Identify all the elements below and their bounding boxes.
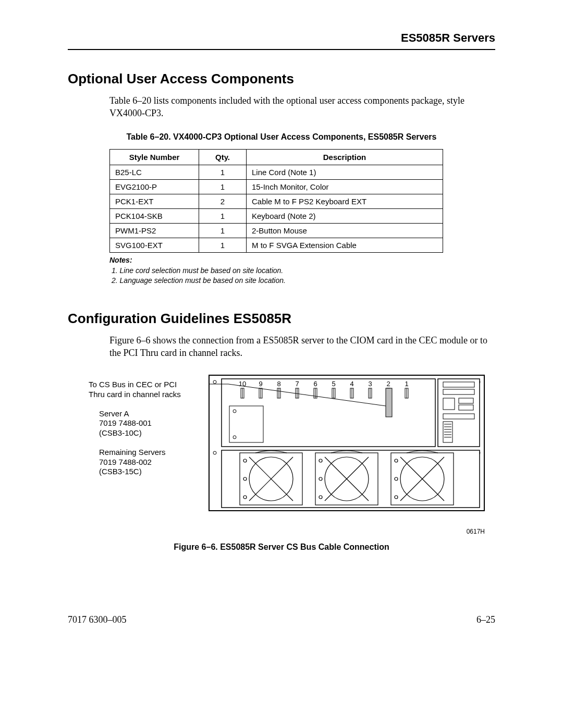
cell-qty: 1 bbox=[199, 179, 247, 194]
cell-qty: 1 bbox=[199, 165, 247, 179]
page: ES5085R Servers Optional User Access Com… bbox=[0, 0, 563, 657]
cell-style: B25-LC bbox=[110, 165, 199, 179]
slot-num: 2 bbox=[386, 380, 390, 388]
slot-num: 1 bbox=[405, 380, 408, 388]
svg-rect-26 bbox=[229, 406, 263, 442]
cell-desc: Line Cord (Note 1) bbox=[247, 165, 443, 179]
cell-desc: Keyboard (Note 2) bbox=[247, 208, 443, 223]
cell-qty: 1 bbox=[199, 208, 247, 223]
cell-desc: M to F SVGA Extension Cable bbox=[247, 238, 443, 252]
label-remain-1: Remaining Servers bbox=[99, 448, 203, 458]
footer-right: 6–25 bbox=[476, 614, 495, 625]
col-desc: Description bbox=[247, 149, 443, 165]
page-footer: 7017 6300–005 6–25 bbox=[68, 614, 495, 625]
cell-qty: 1 bbox=[199, 238, 247, 252]
notes-block: Notes: 1. Line cord selection must be ba… bbox=[109, 256, 443, 285]
cell-desc: 2-Button Mouse bbox=[247, 223, 443, 238]
label-csbus-1: To CS Bus in CEC or PCI bbox=[89, 380, 203, 390]
slot-num: 5 bbox=[332, 380, 335, 388]
table-row: PWM1-PS2 1 2-Button Mouse bbox=[110, 223, 443, 238]
label-csbus-2: Thru card in channel racks bbox=[89, 390, 203, 400]
section2-intro: Figure 6–6 shows the connection from a E… bbox=[109, 334, 495, 360]
table-row: B25-LC 1 Line Cord (Note 1) bbox=[110, 165, 443, 179]
note-1: 1. Line cord selection must be based on … bbox=[109, 266, 443, 275]
section-heading-config: Configuration Guidelines ES5085R bbox=[68, 311, 495, 327]
header-title: ES5085R Servers bbox=[401, 31, 495, 44]
server-diagram-icon: 10 9 8 7 6 5 4 3 2 1 bbox=[209, 375, 485, 515]
footer-left: 7017 6300–005 bbox=[68, 614, 127, 625]
slot-num: 8 bbox=[277, 380, 280, 388]
cell-desc: 15-Inch Monitor, Color bbox=[247, 179, 443, 194]
figure-code: 0617H bbox=[89, 528, 485, 535]
table-caption: Table 6–20. VX4000-CP3 Optional User Acc… bbox=[111, 132, 452, 142]
slot-num: 7 bbox=[295, 380, 299, 388]
svg-rect-47 bbox=[222, 450, 480, 508]
svg-rect-29 bbox=[386, 388, 392, 417]
cell-style: PCK104-SKB bbox=[110, 208, 199, 223]
cell-qty: 2 bbox=[199, 194, 247, 208]
cell-style: SVG100-EXT bbox=[110, 238, 199, 252]
section-heading-optional: Optional User Access Components bbox=[68, 71, 495, 87]
table-row: PCK1-EXT 2 Cable M to F PS2 Keyboard EXT bbox=[110, 194, 443, 208]
label-remain-2: 7019 7488-002 bbox=[99, 458, 203, 467]
figure-area: To CS Bus in CEC or PCI Thru card in cha… bbox=[89, 375, 485, 526]
table-row: SVG100-EXT 1 M to F SVGA Extension Cable bbox=[110, 238, 443, 252]
components-table: Style Number Qty. Description B25-LC 1 L… bbox=[109, 149, 443, 253]
cell-style: PCK1-EXT bbox=[110, 194, 199, 208]
slot-num: 9 bbox=[259, 380, 262, 388]
label-servera-2: 7019 7488-001 bbox=[99, 418, 203, 428]
col-qty: Qty. bbox=[199, 149, 247, 165]
section1-intro: Table 6–20 lists components included wit… bbox=[109, 94, 495, 120]
figure-labels: To CS Bus in CEC or PCI Thru card in cha… bbox=[89, 380, 203, 486]
slot-num: 3 bbox=[368, 380, 372, 388]
cell-qty: 1 bbox=[199, 223, 247, 238]
cell-style: PWM1-PS2 bbox=[110, 223, 199, 238]
slot-num: 4 bbox=[350, 380, 353, 388]
label-servera-1: Server A bbox=[99, 409, 203, 419]
table-row: PCK104-SKB 1 Keyboard (Note 2) bbox=[110, 208, 443, 223]
table-row: EVG2100-P 1 15-Inch Monitor, Color bbox=[110, 179, 443, 194]
col-style: Style Number bbox=[110, 149, 199, 165]
label-servera-3: (CSB3-10C) bbox=[99, 428, 203, 438]
page-header: ES5085R Servers bbox=[68, 31, 495, 50]
cell-desc: Cable M to F PS2 Keyboard EXT bbox=[247, 194, 443, 208]
figure-caption: Figure 6–6. ES5085R Server CS Bus Cable … bbox=[68, 542, 495, 552]
label-remain-3: (CSB3-15C) bbox=[99, 467, 203, 477]
note-2: 2. Language selection must be based on s… bbox=[109, 276, 443, 285]
notes-heading: Notes: bbox=[109, 256, 443, 264]
cell-style: EVG2100-P bbox=[110, 179, 199, 194]
slot-num: 6 bbox=[313, 380, 317, 388]
